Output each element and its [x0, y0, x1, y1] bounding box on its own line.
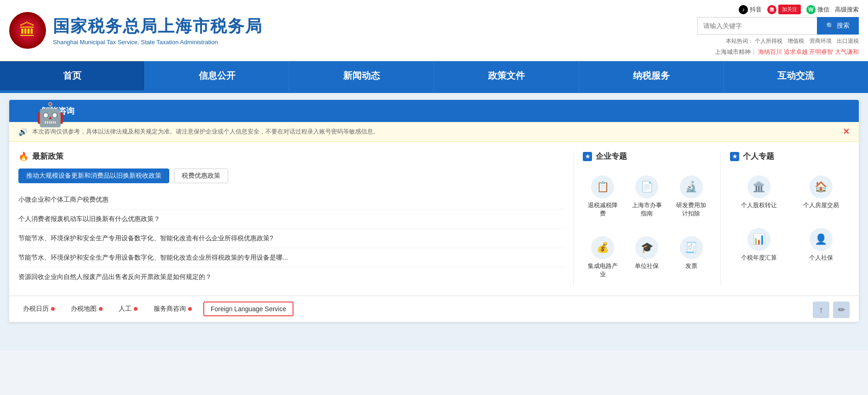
- main-area: 🤖 智能咨询 🔊 本次咨询仅供参考，具体以法律法规及相关规定为准。请注意保护企业…: [0, 93, 868, 351]
- tax-calendar-label: 办税日历: [23, 305, 49, 313]
- policy-item-4[interactable]: 资源回收企业向自然人报废产品出售者反向开票政策是如何规定的？: [18, 267, 564, 286]
- spirit-words[interactable]: 海纳百川 追求卓越 开明睿智 大气谦和: [758, 48, 859, 55]
- fire-icon: 🔥: [18, 151, 29, 162]
- enterprise-label-4: 单位社保: [635, 262, 659, 270]
- btn-manual[interactable]: 人工: [114, 302, 142, 316]
- search-icon: 🔍: [826, 22, 834, 29]
- hotword-3[interactable]: 营商环境: [810, 38, 832, 44]
- panel-latest-policy: 🔥 最新政策 推动大规模设备更新和消费品以旧换新税收政策 税费优惠政策 小微企业…: [18, 151, 574, 286]
- star-icon-personal: ★: [730, 152, 739, 161]
- enterprise-label-0: 退税减税降费: [585, 201, 620, 218]
- personal-title: ★ 个人专题: [730, 151, 850, 162]
- policy-list: 小微企业和个体工商户税费优惠 个人消费者报废机动车以旧换新有什么优惠政策？ 节能…: [18, 190, 564, 286]
- personal-icon-2: 📊: [747, 228, 770, 251]
- nav-item-policy[interactable]: 政策文件: [434, 61, 579, 90]
- header-left: 🏛 国家税务总局上海市税务局 Shanghai Municipal Tax Se…: [9, 12, 263, 49]
- panel-personal: ★ 个人专题 🏛️ 个人股权转让 🏠 个人房屋交易 📊 个税年度汇算: [721, 151, 850, 286]
- spirit-label: 上海城市精神：: [715, 48, 757, 55]
- weibo-follow-btn[interactable]: 加关注: [778, 5, 801, 14]
- header-right: ♪ 抖音 微 加关注 W 微信 高级搜索 🔍 搜索 本站热词： 个人所得税 增值…: [697, 5, 859, 56]
- personal-icon-3: 👤: [810, 228, 833, 251]
- policy-item-2[interactable]: 节能节水、环境保护和安全生产专用设备数字化、智能化改造有什么企业所得税优惠政策?: [18, 229, 564, 248]
- search-button[interactable]: 🔍 搜索: [817, 17, 859, 35]
- enterprise-label-3: 集成电路产业: [585, 262, 620, 279]
- enterprise-icon-2: 🔬: [680, 175, 703, 198]
- nav-item-service[interactable]: 纳税服务: [579, 61, 724, 90]
- notice-text: 本次咨询仅供参考，具体以法律法规及相关规定为准。请注意保护企业或个人信息安全，不…: [32, 128, 379, 136]
- up-arrow-icon: ↑: [819, 305, 823, 315]
- enterprise-icon-5: 🧾: [680, 236, 703, 259]
- personal-label: 个人专题: [743, 151, 774, 162]
- header: 🏛 国家税务总局上海市税务局 Shanghai Municipal Tax Se…: [0, 0, 868, 61]
- personal-label-0: 个人股权转让: [741, 201, 777, 209]
- latest-policy-title: 🔥 最新政策: [18, 151, 564, 162]
- weibo-icon: 微: [767, 5, 776, 14]
- search-input[interactable]: [697, 17, 817, 35]
- policy-item-1[interactable]: 个人消费者报废机动车以旧换新有什么优惠政策？: [18, 209, 564, 229]
- personal-icon-0: 🏛️: [747, 175, 770, 198]
- logo-emblem: 🏛: [9, 12, 46, 49]
- hotword-4[interactable]: 出口退税: [837, 38, 859, 44]
- tiktok-link[interactable]: ♪ 抖音: [739, 5, 762, 14]
- enterprise-item-3[interactable]: 💰 集成电路产业: [583, 229, 622, 285]
- social-bar: ♪ 抖音 微 加关注 W 微信 高级搜索: [739, 5, 859, 14]
- btn-tax-calendar[interactable]: 办税日历: [18, 302, 59, 316]
- enterprise-icon-3: 💰: [591, 236, 614, 259]
- personal-grid: 🏛️ 个人股权转让 🏠 个人房屋交易 📊 个税年度汇算 👤 个人社保: [730, 168, 850, 269]
- enterprise-item-1[interactable]: 📄 上海市办事指南: [627, 168, 667, 225]
- scroll-up-btn[interactable]: ↑: [813, 302, 829, 318]
- enterprise-title: ★ 企业专题: [583, 151, 711, 162]
- personal-label-3: 个人社保: [809, 254, 833, 262]
- hotword-2[interactable]: 增值税: [788, 38, 804, 44]
- service-dot: [188, 307, 192, 311]
- notice-close-btn[interactable]: ✕: [843, 127, 850, 137]
- map-dot: [99, 307, 103, 311]
- edit-icon: ✏: [838, 305, 845, 315]
- panels: 🔥 最新政策 推动大规模设备更新和消费品以旧换新税收政策 税费优惠政策 小微企业…: [9, 142, 859, 296]
- search-button-label: 搜索: [837, 22, 850, 30]
- enterprise-icon-0: 📋: [591, 175, 614, 198]
- hotword-1[interactable]: 个人所得税: [755, 38, 782, 44]
- speaker-icon: 🔊: [18, 128, 28, 136]
- enterprise-label: 企业专题: [596, 151, 627, 162]
- advanced-search-link[interactable]: 高级搜索: [835, 6, 859, 14]
- enterprise-label-1: 上海市办事指南: [629, 201, 664, 218]
- weixin-label: 微信: [817, 6, 829, 14]
- manual-label: 人工: [119, 305, 132, 313]
- smart-header: 智能咨询: [9, 100, 859, 122]
- edit-btn[interactable]: ✏: [833, 302, 850, 318]
- weixin-link[interactable]: W 微信: [806, 5, 829, 14]
- nav-item-interaction[interactable]: 互动交流: [724, 61, 868, 90]
- policy-item-0[interactable]: 小微企业和个体工商户税费优惠: [18, 190, 564, 209]
- enterprise-item-0[interactable]: 📋 退税减税降费: [583, 168, 622, 225]
- personal-item-1[interactable]: 🏠 个人房屋交易: [792, 168, 850, 216]
- logo-text: 国家税务总局上海市税务局 Shanghai Municipal Tax Serv…: [53, 15, 263, 46]
- enterprise-item-5[interactable]: 🧾 发票: [672, 229, 711, 285]
- spirit-bar: 上海城市精神： 海纳百川 追求卓越 开明睿智 大气谦和: [715, 48, 859, 56]
- nav-item-home[interactable]: 首页: [0, 61, 145, 90]
- personal-item-0[interactable]: 🏛️ 个人股权转让: [730, 168, 788, 216]
- float-buttons: ↑ ✏: [813, 302, 850, 318]
- personal-item-2[interactable]: 📊 个税年度汇算: [730, 221, 788, 269]
- enterprise-item-4[interactable]: 🎓 单位社保: [627, 229, 667, 285]
- nav-item-news[interactable]: 新闻动态: [289, 61, 434, 90]
- tiktok-icon: ♪: [739, 5, 748, 14]
- nav-item-info[interactable]: 信息公开: [145, 61, 290, 90]
- btn-service-consult[interactable]: 服务商咨询: [149, 302, 196, 316]
- personal-item-3[interactable]: 👤 个人社保: [792, 221, 850, 269]
- btn-tax-map[interactable]: 办税地图: [66, 302, 107, 316]
- foreign-language-service-btn[interactable]: Foreign Language Service: [203, 302, 293, 316]
- policy-tab-1[interactable]: 税费优惠政策: [174, 168, 228, 183]
- personal-icon-1: 🏠: [810, 175, 833, 198]
- site-title: 国家税务总局上海市税务局: [53, 15, 263, 38]
- calendar-dot: [51, 307, 55, 311]
- personal-label-1: 个人房屋交易: [803, 201, 839, 209]
- weibo-link[interactable]: 微 加关注: [767, 5, 801, 14]
- service-consult-label: 服务商咨询: [154, 305, 186, 313]
- policy-item-3[interactable]: 节能节水、环境保护和安全生产专用设备数字化、智能化改造企业所得税政策的专用设备是…: [18, 248, 564, 267]
- enterprise-item-2[interactable]: 🔬 研发费用加计扣除: [672, 168, 711, 225]
- bottom-bar: 办税日历 办税地图 人工 服务商咨询 Foreign Language Serv…: [9, 296, 859, 322]
- tiktok-label: 抖音: [750, 6, 762, 14]
- policy-tab-0[interactable]: 推动大规模设备更新和消费品以旧换新税收政策: [18, 168, 169, 183]
- personal-label-2: 个税年度汇算: [741, 254, 777, 262]
